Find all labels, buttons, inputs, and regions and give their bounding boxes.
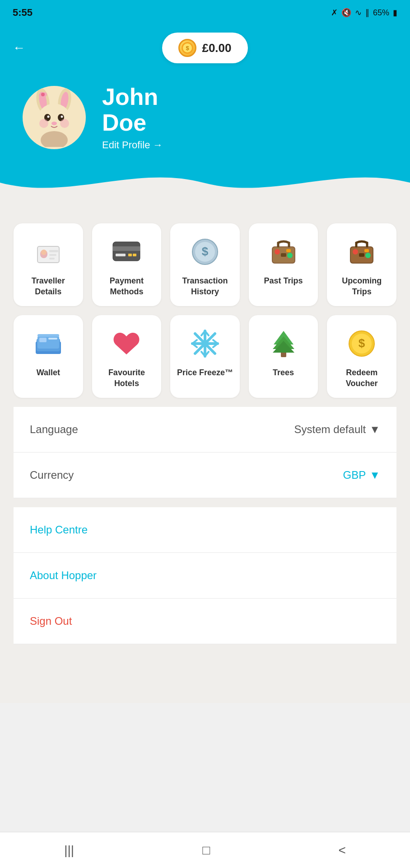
currency-chevron-icon: ▼ (369, 469, 380, 481)
balance-amount: £0.00 (202, 41, 231, 55)
menu-item-trees[interactable]: Trees (249, 315, 318, 398)
nav-back-button[interactable]: < (338, 843, 345, 858)
traveller-details-icon (33, 236, 64, 268)
menu-section: Traveller Details Payment Methods (0, 201, 410, 703)
menu-item-past-trips[interactable]: Past Trips (249, 223, 318, 306)
svg-point-38 (275, 249, 280, 255)
wifi-icon: ∿ (355, 8, 362, 18)
hero-top: ← $ £0.00 (0, 25, 410, 71)
price-freeze-icon (189, 328, 221, 359)
svg-rect-31 (133, 254, 136, 256)
sign-out-row[interactable]: Sign Out (14, 599, 396, 644)
redeem-voucher-icon: $ (346, 328, 377, 359)
svg-text:$: $ (186, 45, 190, 52)
nav-menu-button[interactable]: ||| (64, 843, 74, 858)
bottom-nav: ||| □ < (0, 832, 410, 868)
favourite-hotels-label: Favourite Hotels (97, 368, 157, 389)
help-centre-row[interactable]: Help Centre (14, 507, 396, 553)
favourite-hotels-icon (111, 328, 142, 359)
battery-icon: ▮ (393, 8, 397, 18)
menu-item-transaction-history[interactable]: $ Transaction History (170, 223, 240, 306)
currency-label: Currency (30, 469, 74, 481)
language-row[interactable]: Language System default ▼ (14, 407, 396, 453)
language-label: Language (30, 423, 78, 436)
svg-rect-26 (113, 242, 140, 261)
price-freeze-label: Price Freeze™ (177, 368, 233, 378)
menu-item-upcoming-trips[interactable]: Upcoming Trips (327, 223, 396, 306)
svg-point-39 (287, 253, 293, 258)
edit-profile-link[interactable]: Edit Profile → (102, 139, 163, 151)
settings-section: Language System default ▼ Currency GBP ▼ (14, 407, 396, 498)
svg-point-18 (60, 119, 69, 128)
wallet-label: Wallet (37, 368, 60, 378)
traveller-details-label: Traveller Details (18, 276, 79, 297)
wallet-icon (33, 328, 64, 359)
svg-point-16 (51, 122, 57, 125)
balance-pill[interactable]: $ £0.00 (162, 33, 247, 63)
svg-point-45 (365, 253, 371, 258)
svg-rect-52 (48, 338, 57, 340)
upcoming-trips-label: Upcoming Trips (331, 276, 392, 297)
svg-rect-24 (49, 258, 55, 259)
svg-rect-27 (113, 246, 140, 251)
transaction-history-label: Transaction History (175, 276, 235, 297)
hero-section: ← $ £0.00 (0, 25, 410, 201)
payment-methods-label: Payment Methods (97, 276, 157, 297)
sign-out-link: Sign Out (30, 615, 72, 627)
menu-item-price-freeze[interactable]: Price Freeze™ (170, 315, 240, 398)
svg-text:$: $ (202, 245, 209, 258)
redeem-voucher-label: Redeem Voucher (331, 368, 392, 389)
currency-value: GBP ▼ (343, 469, 380, 481)
svg-point-15 (61, 116, 63, 118)
svg-point-44 (353, 249, 358, 255)
past-trips-icon (268, 236, 299, 268)
bluetooth-icon: ✗ (331, 8, 338, 18)
svg-point-25 (41, 250, 47, 255)
svg-rect-23 (49, 254, 56, 256)
transaction-history-icon: $ (189, 236, 221, 268)
svg-rect-40 (286, 249, 291, 252)
coin-icon: $ (178, 39, 196, 57)
trees-icon (268, 328, 299, 359)
svg-point-14 (47, 116, 50, 118)
about-hopper-row[interactable]: About Hopper (14, 553, 396, 599)
battery-percent: 65% (373, 8, 389, 18)
svg-rect-37 (281, 253, 286, 257)
about-hopper-link: About Hopper (30, 569, 97, 581)
back-button[interactable]: ← (13, 41, 25, 55)
menu-item-payment-methods[interactable]: Payment Methods (92, 223, 162, 306)
trees-label: Trees (273, 368, 294, 378)
status-icons: ✗ 🔇 ∿ ∥ 65% ▮ (331, 8, 397, 18)
menu-item-favourite-hotels[interactable]: Favourite Hotels (92, 315, 162, 398)
svg-rect-30 (128, 254, 132, 256)
svg-rect-43 (359, 253, 364, 257)
language-value: System default ▼ (294, 423, 380, 436)
menu-item-redeem-voucher[interactable]: $ Redeem Voucher (327, 315, 396, 398)
svg-point-10 (41, 93, 45, 96)
wave-divider (0, 165, 410, 201)
menu-item-wallet[interactable]: Wallet (14, 315, 83, 398)
menu-grid-row2: Wallet Favourite Hotels (14, 315, 396, 398)
sound-icon: 🔇 (341, 8, 351, 18)
profile-section: John Doe Edit Profile → (0, 71, 410, 165)
past-trips-label: Past Trips (264, 276, 303, 286)
svg-point-17 (39, 119, 48, 128)
svg-rect-22 (49, 250, 58, 252)
upcoming-trips-icon (346, 236, 377, 268)
help-centre-link: Help Centre (30, 524, 88, 536)
menu-grid-row1: Traveller Details Payment Methods (14, 223, 396, 306)
status-bar: 5:55 ✗ 🔇 ∿ ∥ 65% ▮ (0, 0, 410, 25)
status-time: 5:55 (13, 7, 33, 19)
currency-row[interactable]: Currency GBP ▼ (14, 453, 396, 498)
avatar (23, 86, 86, 149)
menu-item-traveller-details[interactable]: Traveller Details (14, 223, 83, 306)
svg-text:$: $ (359, 336, 365, 350)
user-name: John Doe (102, 84, 163, 136)
svg-rect-51 (39, 338, 47, 342)
svg-rect-46 (364, 249, 369, 252)
svg-rect-29 (116, 254, 126, 256)
nav-home-button[interactable]: □ (202, 843, 210, 858)
profile-info: John Doe Edit Profile → (102, 84, 163, 151)
payment-methods-icon (111, 236, 142, 268)
signal-icon: ∥ (365, 8, 369, 18)
